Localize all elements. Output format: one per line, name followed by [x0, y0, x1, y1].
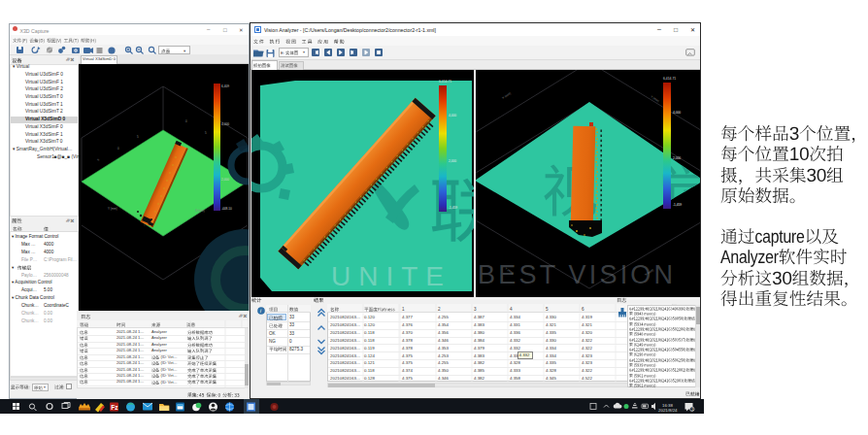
- svg-text:6,414.71: 6,414.71: [663, 77, 676, 81]
- svg-text:X (mm): X (mm): [195, 209, 205, 213]
- svg-text:2,000: 2,000: [449, 159, 456, 163]
- svg-text:2,000: 2,000: [673, 156, 681, 160]
- svg-text:6,414.71: 6,414.71: [439, 80, 451, 84]
- svg-text:2021/8/24: 2021/8/24: [658, 408, 678, 413]
- svg-text:6,409: 6,409: [221, 84, 229, 88]
- svg-text:-1,459: -1,459: [673, 203, 682, 207]
- svg-text:16:38: 16:38: [662, 403, 674, 408]
- svg-text:Fz: Fz: [111, 404, 118, 411]
- svg-text:4,000: 4,000: [673, 111, 681, 115]
- svg-text:-448.10: -448.10: [221, 207, 232, 211]
- svg-text:-1,459: -1,459: [449, 206, 457, 210]
- svg-text:Y (mm): Y (mm): [108, 207, 117, 211]
- svg-text:UNITE: UNITE: [331, 261, 451, 291]
- svg-text:4,000: 4,000: [221, 122, 229, 126]
- svg-text:4,000: 4,000: [449, 114, 456, 117]
- svg-text:2,000: 2,000: [221, 178, 229, 182]
